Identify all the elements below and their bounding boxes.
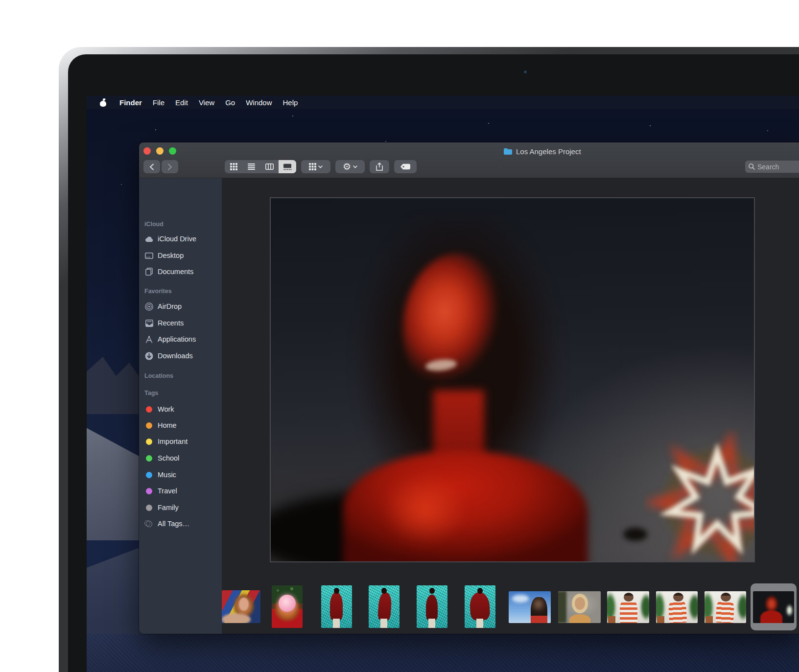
tag-label: Important xyxy=(158,438,188,445)
thumbnail-pool-red-shirt-3[interactable] xyxy=(417,585,447,628)
tag-color-dot xyxy=(146,455,152,462)
icon-view-button[interactable] xyxy=(225,160,243,173)
thumbnail-woman-in-red-light-selected[interactable] xyxy=(753,591,794,623)
menu-bar: Finder File Edit View Go Window Help xyxy=(87,96,799,109)
tag-label: Home xyxy=(158,421,177,429)
sidebar-tag-travel[interactable]: Travel xyxy=(139,484,222,498)
sidebar-tag-all-tags[interactable]: All Tags… xyxy=(139,516,222,531)
sidebar-item-label: AirDrop xyxy=(158,302,182,310)
macbook-bezel: Finder File Edit View Go Window Help xyxy=(68,54,799,672)
sidebar-item-label: Applications xyxy=(158,335,196,343)
sidebar-item-icloud-drive[interactable]: iCloud Drive xyxy=(139,232,222,246)
group-by-icon xyxy=(309,163,316,170)
tag-color-dot xyxy=(146,472,152,478)
menu-item-window[interactable]: Window xyxy=(240,98,277,107)
tag-icon xyxy=(400,163,411,170)
sidebar-item-downloads[interactable]: Downloads xyxy=(139,348,222,363)
finder-window: ⚙ Los Angeles Project xyxy=(139,142,799,634)
thumbnail-blonde-woman[interactable] xyxy=(558,591,601,623)
photo-subject-shirt-highlight xyxy=(383,472,467,546)
macbook-frame: Finder File Edit View Go Window Help xyxy=(59,47,799,672)
desktop-screen: Finder File Edit View Go Window Help xyxy=(87,96,799,672)
sidebar-item-label: Desktop xyxy=(158,252,184,259)
sidebar: iCloud iCloud Drive Desktop Documents xyxy=(139,178,222,634)
sidebar-tag-music[interactable]: Music xyxy=(139,467,222,482)
menu-item-view[interactable]: View xyxy=(193,98,220,107)
sidebar-tag-important[interactable]: Important xyxy=(139,434,222,449)
webcam-icon xyxy=(524,70,527,74)
tag-label: Family xyxy=(158,504,179,511)
gallery-view-button[interactable] xyxy=(279,160,297,173)
sidebar-item-label: Documents xyxy=(158,268,193,276)
menu-item-file[interactable]: File xyxy=(147,98,170,107)
tag-color-dot xyxy=(146,406,152,413)
apple-menu-icon[interactable] xyxy=(100,99,107,107)
tag-button[interactable] xyxy=(394,160,417,173)
share-button[interactable] xyxy=(370,160,389,173)
search-icon xyxy=(749,163,755,170)
menu-item-go[interactable]: Go xyxy=(220,98,240,107)
menu-item-help[interactable]: Help xyxy=(278,98,304,107)
tag-color-dot xyxy=(146,521,152,527)
desktop-icon xyxy=(145,252,153,260)
gallery-view-icon xyxy=(283,163,292,170)
menu-item-edit[interactable]: Edit xyxy=(170,98,193,107)
list-view-icon xyxy=(248,163,255,170)
thumbnail-carnival-woman[interactable] xyxy=(222,590,260,623)
tag-label: All Tags… xyxy=(158,520,189,528)
tag-color-dot xyxy=(146,422,152,429)
window-title: Los Angeles Project xyxy=(503,146,581,156)
zoom-button[interactable] xyxy=(169,147,176,155)
selected-thumbnail-highlight xyxy=(751,583,797,630)
thumbnail-striped-shirt-man-2[interactable] xyxy=(656,591,698,623)
sidebar-item-label: Downloads xyxy=(158,352,193,360)
tag-label: Music xyxy=(158,471,176,479)
cloud-icon xyxy=(145,235,153,243)
column-view-icon xyxy=(265,163,274,170)
forward-button[interactable] xyxy=(162,160,178,173)
menu-item-finder[interactable]: Finder xyxy=(114,98,147,107)
column-view-button[interactable] xyxy=(260,160,279,173)
chevron-down-icon xyxy=(318,165,323,168)
tag-color-dot xyxy=(146,439,152,445)
thumbnail-pool-red-shirt-1[interactable] xyxy=(321,585,352,628)
sidebar-item-label: iCloud Drive xyxy=(158,235,196,243)
sidebar-tag-school[interactable]: School xyxy=(139,451,222,465)
sidebar-tag-work[interactable]: Work xyxy=(139,402,222,417)
close-button[interactable] xyxy=(143,147,151,155)
search-field[interactable] xyxy=(745,161,799,173)
thumbnail-bubble-gum-girl[interactable] xyxy=(272,585,303,628)
tag-color-dot xyxy=(146,505,152,511)
window-titlebar[interactable]: ⚙ Los Angeles Project xyxy=(139,142,799,178)
sidebar-section-tags: Tags xyxy=(144,390,220,397)
list-view-button[interactable] xyxy=(243,160,261,173)
thumbnail-striped-shirt-man-3[interactable] xyxy=(705,591,746,623)
sidebar-section-locations: Locations xyxy=(144,372,220,380)
folder-icon xyxy=(503,148,513,155)
search-input[interactable] xyxy=(757,163,799,171)
gallery-preview-image[interactable] xyxy=(270,197,755,562)
downloads-icon xyxy=(145,352,153,360)
thumbnail-pool-red-shirt-4[interactable] xyxy=(465,585,495,628)
sidebar-item-desktop[interactable]: Desktop xyxy=(139,248,222,263)
sidebar-tag-family[interactable]: Family xyxy=(139,500,222,515)
applications-icon xyxy=(145,335,153,344)
sidebar-item-label: Recents xyxy=(158,319,184,327)
recents-icon xyxy=(145,319,153,327)
sidebar-item-applications[interactable]: Applications xyxy=(139,332,222,347)
back-button[interactable] xyxy=(143,160,160,173)
sidebar-item-recents[interactable]: Recents xyxy=(139,316,222,330)
icon-view-icon xyxy=(230,163,237,170)
minimize-button[interactable] xyxy=(156,147,164,155)
thumbnail-woman-blue-sky[interactable] xyxy=(509,591,551,623)
thumbnail-striped-shirt-man-1[interactable] xyxy=(607,591,649,623)
sidebar-item-documents[interactable]: Documents xyxy=(139,264,222,279)
action-button[interactable]: ⚙ xyxy=(335,160,365,173)
airdrop-icon xyxy=(145,302,153,311)
thumbnail-pool-red-shirt-2[interactable] xyxy=(369,585,400,628)
sidebar-item-airdrop[interactable]: AirDrop xyxy=(139,299,222,314)
sidebar-tag-home[interactable]: Home xyxy=(139,418,222,433)
group-by-button[interactable] xyxy=(301,160,330,173)
tag-label: School xyxy=(158,454,179,462)
sidebar-section-favorites: Favorites xyxy=(144,288,220,296)
